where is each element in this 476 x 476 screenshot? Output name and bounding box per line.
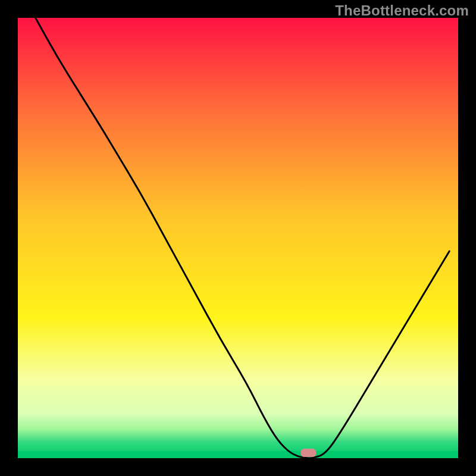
optimum-marker [300, 449, 316, 457]
chart-stage: TheBottleneck.com [0, 0, 476, 476]
plot-bottom-strip [18, 451, 458, 458]
chart-svg [0, 0, 476, 476]
plot-background [18, 18, 458, 458]
